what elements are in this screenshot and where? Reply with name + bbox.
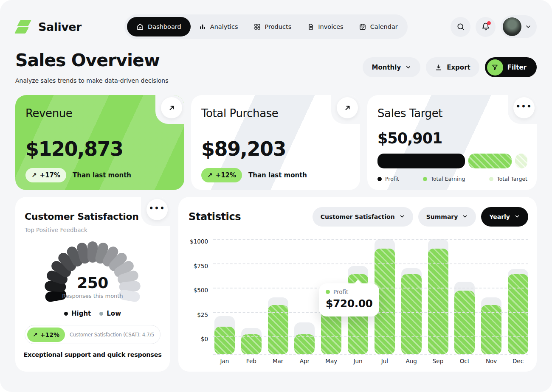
target-segment-profit [377,154,465,168]
satisfaction-legend-low: Low [99,310,121,317]
nav-item-products[interactable]: Products [246,17,299,36]
gauge-value: 250 [35,274,150,291]
home-icon [136,23,144,31]
grid-line [213,336,528,337]
x-axis-label: Sep [428,358,448,364]
profit-dot-icon [326,290,330,294]
bar-profit [454,291,475,354]
customer-satisfaction-card: ••• Customer Satisfaction Top Positive F… [15,197,170,372]
chart-x-labels: JanFebMarAprMayJunJulAugSepOctNovDec [214,358,528,366]
legend-label: Profit [385,176,399,182]
chart-tooltip: Profit$720.00 [319,283,379,316]
trend-up-icon: ↗ [207,171,213,179]
nav-item-label: Analytics [210,23,238,30]
satisfaction-subtitle: Top Positive Feedback [25,227,87,233]
x-axis-label: Mar [268,358,288,364]
invoices-icon [307,23,314,31]
x-axis-label: Jan [214,358,235,364]
nav-item-invoices[interactable]: Invoices [299,17,350,36]
bar-profit [508,274,528,354]
x-axis-label: Oct [454,358,475,364]
revenue-delta-badge: ↗ +17% [25,168,66,182]
header-actions [451,15,537,38]
nav-item-calendar[interactable]: Calendar [352,17,405,36]
tooltip-header: Profit [326,288,372,295]
sales-target-title: Sales Target [377,107,442,120]
legend-label: Hight [71,310,91,317]
satisfaction-gauge: 250 Responses this month [35,239,150,303]
sales-target-menu-button[interactable]: ••• [513,97,535,118]
tooltip-label: Profit [333,288,348,295]
search-button[interactable] [451,17,470,37]
satisfaction-title: Customer Satisfaction [25,211,139,222]
chevron-down-icon [405,64,411,70]
filter-label: Summary [426,213,458,220]
chevron-down-icon [399,213,405,221]
avatar [503,17,521,36]
tooltip-value: $720.00 [326,297,372,310]
brand-logo: Saliver [15,19,82,34]
satisfaction-menu-button[interactable]: ••• [146,199,168,220]
filter-summary[interactable]: Summary [418,207,476,227]
nav-item-analytics[interactable]: Analytics [192,17,245,36]
legend-label: Low [107,310,121,317]
chevron-down-icon [514,213,520,221]
satisfaction-legend: HightLow [15,310,170,317]
notifications-button[interactable] [476,17,496,37]
notification-dot [487,21,491,25]
revenue-open-button[interactable] [161,97,182,118]
revenue-delta: +17% [40,171,60,179]
csat-score-text: Customer Satisfaction (CSAT): 4.7/5 [70,332,154,338]
bar-profit [214,327,235,354]
total-purchase-open-button[interactable] [337,97,358,118]
revenue-value: $120,873 [25,137,123,160]
x-axis-label: Jul [375,358,395,364]
page-title: Sales Overview [15,50,160,70]
gauge-caption: Responses this month [35,293,150,299]
revenue-title: Revenue [25,107,72,120]
grid-line [213,239,528,240]
bar-profit [428,249,448,354]
arrow-up-right-icon [344,104,352,112]
csat-delta: +12% [40,331,59,338]
statistics-chart: Profit$720.00 JanFebMarAprMayJunJulAugSe… [189,239,528,354]
arrow-up-right-icon [168,104,176,112]
legend-item-total-target: Total Target [489,176,527,182]
x-axis-label: Dec [508,358,528,364]
chevron-down-icon [525,23,532,30]
saliver-logo-icon [15,19,33,34]
filter-customer-satisfaction[interactable]: Customer Satisfaction [313,207,413,227]
bar-profit [294,334,315,354]
legend-dot [423,177,427,181]
satisfaction-footer: Exceptional support and quick responses [15,351,170,358]
legend-dot [64,312,68,316]
nav-item-label: Calendar [370,23,398,30]
calendar-icon [359,23,366,31]
nav-item-label: Products [265,23,292,30]
analytics-icon [199,23,206,31]
sales-target-value: $50,901 [377,130,442,147]
user-menu[interactable] [501,15,537,38]
filter-button[interactable]: Filter [485,57,537,77]
csat-summary-pill: ↗ +12% Customer Satisfaction (CSAT): 4.7… [25,325,161,344]
filter-yearly[interactable]: Yearly [481,207,528,227]
period-dropdown[interactable]: Monthly [363,57,420,77]
legend-item-total-earning: Total Earning [423,176,465,182]
legend-label: Total Target [497,176,527,182]
total-purchase-delta-note: Than last month [248,171,307,179]
nav-item-dashboard[interactable]: Dashboard [127,17,191,36]
statistics-card: Statistics Customer SatisfactionSummaryY… [178,197,537,372]
x-axis-label: Apr [294,358,315,364]
grid-line [213,263,528,264]
x-axis-label: Feb [241,358,262,364]
export-button[interactable]: Export [426,57,479,77]
nav-item-label: Dashboard [148,23,181,30]
nav-item-label: Invoices [318,23,343,30]
search-icon [456,22,465,31]
y-axis-tick: $500 [189,287,208,294]
sales-target-card: ••• Sales Target $50,901 ProfitTotal Ear… [367,95,537,190]
funnel-icon [491,64,498,71]
total-purchase-value: $89,203 [201,137,286,160]
dots-menu-icon: ••• [149,205,166,215]
legend-item-profit: Profit [377,176,399,182]
